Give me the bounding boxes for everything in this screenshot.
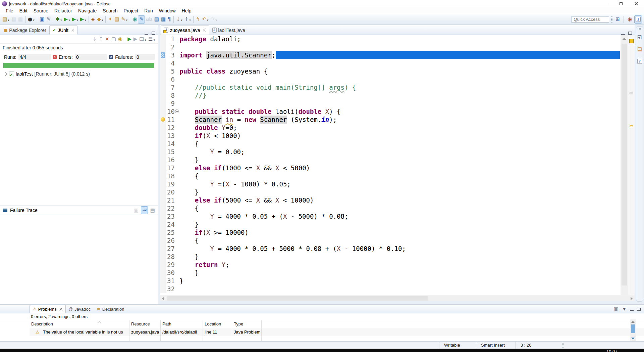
problems-vertical-scrollbar[interactable] xyxy=(630,319,636,341)
restore-view-button[interactable]: ◱ xyxy=(636,33,643,41)
show-trace-in-console-button[interactable]: ▣ xyxy=(133,206,140,214)
minimized-outline-view-button[interactable]: ▤ xyxy=(636,45,643,53)
dropdown-arrow-icon[interactable] xyxy=(68,16,70,23)
strip-drag-handle[interactable] xyxy=(638,28,642,30)
problems-tab-declaration[interactable]: ▤Declaration xyxy=(94,305,127,313)
back-history-button[interactable]: ↶ xyxy=(201,15,209,24)
dropdown-arrow-icon[interactable] xyxy=(60,16,62,23)
scroll-right-icon[interactable] xyxy=(631,297,633,300)
column-header-location[interactable]: Location xyxy=(203,320,232,328)
junit-tree-area[interactable] xyxy=(0,78,158,206)
warning-marker[interactable] xyxy=(630,125,633,127)
tab-close-icon[interactable] xyxy=(203,29,206,32)
overview-warning-indicator[interactable] xyxy=(629,39,634,43)
open-perspective-button[interactable]: ⊞ xyxy=(614,15,621,24)
menu-edit[interactable]: Edit xyxy=(16,8,31,13)
mark-occurrences-button[interactable]: ✎ xyxy=(138,15,145,24)
minimized-help-view-button[interactable]: ? xyxy=(636,57,643,65)
last-edit-location-button[interactable]: ↰ xyxy=(195,15,201,24)
dropdown-arrow-icon[interactable] xyxy=(101,16,103,23)
problem-row[interactable]: ⚠The value of the local variable in is n… xyxy=(30,328,644,336)
menu-refactor[interactable]: Refactor xyxy=(51,8,75,13)
menu-help[interactable]: Help xyxy=(179,8,195,13)
scroll-lock-button[interactable]: ◉ xyxy=(117,35,123,43)
dropdown-arrow-icon[interactable] xyxy=(153,36,155,42)
editor-minimize-icon[interactable] xyxy=(621,34,625,35)
menu-window[interactable]: Window xyxy=(156,8,179,13)
dropdown-arrow-icon[interactable] xyxy=(76,16,78,23)
forward-history-button[interactable]: ↷ xyxy=(210,15,218,24)
problems-view-menu-button[interactable]: ▾ xyxy=(622,305,627,313)
new-java-project-button[interactable]: ◈ xyxy=(90,15,96,24)
stop-junit-button[interactable]: × xyxy=(104,35,110,43)
dropdown-arrow-icon[interactable] xyxy=(144,36,146,42)
new-wizard-button[interactable]: ▤ xyxy=(1,15,10,24)
dropdown-arrow-icon[interactable] xyxy=(125,16,128,23)
column-header-path[interactable]: Path xyxy=(161,320,203,328)
rerun-failed-tests-button[interactable]: ▶ xyxy=(132,35,139,43)
open-hierarchy-button[interactable]: ▤ xyxy=(153,15,160,24)
goto-type-button[interactable]: ◆ xyxy=(96,15,104,24)
overview-ruler[interactable] xyxy=(628,35,635,295)
open-resource-button[interactable]: ▤ xyxy=(113,15,120,24)
failure-trace-body[interactable] xyxy=(0,215,158,304)
tab-close-icon[interactable] xyxy=(59,308,62,311)
problems-minimize-icon[interactable] xyxy=(630,310,634,311)
tab-close-icon[interactable] xyxy=(71,29,74,32)
problems-scroll-up-icon[interactable] xyxy=(631,321,635,323)
dropdown-arrow-icon[interactable] xyxy=(189,16,191,23)
scroll-left-icon[interactable] xyxy=(162,297,164,300)
expand-chevron-icon[interactable] xyxy=(3,72,7,76)
previous-annotation-button[interactable]: ↑ xyxy=(183,15,192,24)
editor-horizontal-scrollbar[interactable] xyxy=(160,295,635,301)
show-failures-only-button[interactable]: ▢ xyxy=(110,35,117,43)
problems-tab-problems[interactable]: ⚠Problems xyxy=(30,305,66,313)
open-console-button[interactable]: ▣ xyxy=(39,15,45,24)
show-views-button[interactable]: ▦ xyxy=(160,15,167,24)
occurrence-marker[interactable] xyxy=(630,92,633,94)
next-annotation-button[interactable]: ↓ xyxy=(175,15,183,24)
problems-scroll-down-icon[interactable] xyxy=(631,338,635,340)
editor-vertical-scrollbar[interactable] xyxy=(621,35,628,295)
save-all-button[interactable]: ▦ xyxy=(17,15,24,24)
dropdown-arrow-icon[interactable] xyxy=(206,16,209,23)
menu-project[interactable]: Project xyxy=(121,8,142,13)
previous-failed-test-button[interactable]: ↑ xyxy=(98,35,104,43)
focus-on-active-task-button[interactable]: ▣ xyxy=(612,305,619,313)
scroll-up-icon[interactable] xyxy=(622,38,626,40)
junit-perspective-button[interactable]: ◉ xyxy=(627,15,633,24)
next-failed-test-button[interactable]: ↓ xyxy=(92,35,98,43)
dropdown-arrow-icon[interactable] xyxy=(215,16,217,23)
menu-search[interactable]: Search xyxy=(100,8,120,13)
quick-access-input[interactable] xyxy=(572,16,609,23)
menu-source[interactable]: Source xyxy=(31,8,51,13)
column-header-type[interactable]: Type xyxy=(232,320,262,328)
profile-dropdown-button[interactable]: ▶ xyxy=(79,15,87,24)
run-dropdown-button[interactable]: ▶ xyxy=(63,15,71,24)
rerun-tests-button[interactable]: ▶ xyxy=(126,35,132,43)
view-tab-junit[interactable]: ✓JUnit xyxy=(49,26,77,35)
debug-dropdown-button[interactable]: ✱ xyxy=(54,15,63,24)
vertical-scroll-thumb[interactable] xyxy=(622,44,627,285)
column-header-resource[interactable]: Resource xyxy=(129,320,161,328)
horizontal-scroll-thumb[interactable] xyxy=(167,296,428,301)
problems-tab-javadoc[interactable]: @Javadoc xyxy=(66,305,94,313)
junit-view-menu-button[interactable]: ☰ xyxy=(147,35,156,43)
user-launch-button[interactable]: ● xyxy=(27,15,36,24)
java-perspective-button[interactable]: J xyxy=(634,15,642,24)
compare-result-button[interactable]: ▤ xyxy=(149,206,156,214)
word-completion-button[interactable]: ab xyxy=(145,15,153,24)
problems-scroll-thumb[interactable] xyxy=(631,324,635,333)
pin-editor-button[interactable]: ✎ xyxy=(45,15,52,24)
test-history-button[interactable]: ▤ xyxy=(138,35,147,43)
editor-tab-zuoyesan-java[interactable]: Jzuoyesan.java xyxy=(161,26,209,35)
view-tab-package-explorer[interactable]: ▦Package Explorer xyxy=(1,26,49,35)
coverage-dropdown-button[interactable]: ▶ xyxy=(71,15,79,24)
window-minimize-button[interactable] xyxy=(598,0,613,7)
windows-taskbar[interactable]: 10:07 xyxy=(0,349,644,352)
dropdown-arrow-icon[interactable] xyxy=(32,16,35,23)
view-minimize-icon[interactable] xyxy=(145,34,148,35)
new-junit-test-button[interactable]: ◉ xyxy=(131,15,138,24)
code-editor[interactable]: 1package dalaoli;23import java.util.Scan… xyxy=(160,35,635,295)
test-suite-row[interactable]: laoliTest [Runner: JUnit 5] (0.012 s) xyxy=(0,70,158,78)
